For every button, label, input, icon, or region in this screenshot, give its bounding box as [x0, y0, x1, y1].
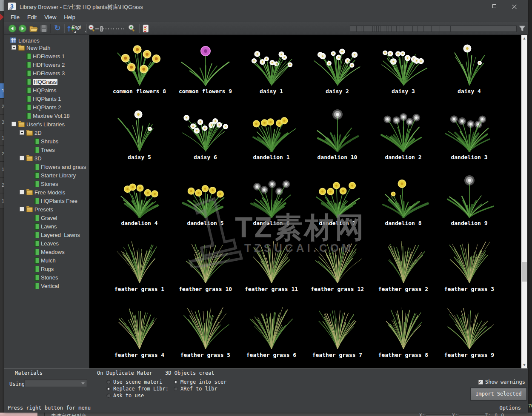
tree-item-stones[interactable]: Stones: [4, 180, 89, 188]
menu-help[interactable]: Help: [60, 13, 79, 22]
tree-item-hdflowers-1[interactable]: HDFlowers 1: [4, 52, 89, 60]
library-item-daisy-2[interactable]: daisy 2: [304, 38, 370, 104]
library-item-dandelion-6[interactable]: dandelion 6: [238, 170, 304, 236]
tree-item-user-s-libraries[interactable]: User's Libraries: [4, 120, 89, 128]
thumbnail-size-slider[interactable]: [95, 26, 126, 31]
library-item-feather-grass-3[interactable]: feather grass 3: [436, 236, 502, 302]
title-bar[interactable]: 3 Library Browser - E:\七套 HQ plants树库\HQ…: [4, 0, 528, 13]
tree-item-hqgrass[interactable]: HQGrass: [4, 77, 89, 86]
tree-item-flowers-and-grass[interactable]: Flowers and grass: [4, 162, 89, 171]
library-item-feather-grass-7[interactable]: feather grass 7: [304, 302, 370, 368]
collapse-icon[interactable]: [20, 190, 24, 194]
tree-item-2d[interactable]: 2D: [4, 128, 89, 137]
radio-ask-to-use[interactable]: Ask to use: [106, 393, 144, 399]
tree-item-gravel[interactable]: Gravel: [4, 214, 89, 222]
zoom-in-button[interactable]: [128, 24, 137, 33]
using-dropdown[interactable]: [24, 379, 87, 387]
material-check-button[interactable]: [141, 24, 151, 33]
tree-item-presets[interactable]: Presets: [4, 205, 89, 214]
tree-item-libraries[interactable]: Libraries: [4, 35, 89, 43]
radio-xref-to-libr[interactable]: XRef to libr: [174, 386, 217, 392]
scrollbar-down-icon[interactable]: ▼: [521, 362, 527, 368]
collapse-icon[interactable]: [20, 130, 24, 135]
collapse-icon[interactable]: [11, 45, 16, 50]
library-item-feather-grass-2[interactable]: feather grass 2: [370, 236, 436, 302]
tree-item-3d[interactable]: 3D: [4, 154, 89, 162]
tree-item-hqplants-2[interactable]: HQPlants 2: [4, 103, 89, 111]
library-item-feather-grass-4[interactable]: feather grass 4: [106, 302, 172, 368]
close-button[interactable]: [505, 0, 524, 13]
tree-item-starter-library[interactable]: Starter Library: [4, 171, 89, 180]
tree-item-maxtree-vol-18[interactable]: Maxtree Vol.18: [4, 111, 89, 120]
library-item-dandelion-2[interactable]: dandelion 2: [370, 104, 436, 170]
collapse-icon[interactable]: [20, 207, 24, 211]
library-item-dandelion-10[interactable]: dandelion 10: [304, 104, 370, 170]
tree-item-meadows[interactable]: Meadows: [4, 248, 89, 256]
library-item-dandelion-1[interactable]: dandelion 1: [238, 104, 304, 170]
library-item-daisy-1[interactable]: daisy 1: [238, 38, 304, 104]
tree-item-hdflowers-3[interactable]: HDFlowers 3: [4, 69, 89, 77]
import-selected-button[interactable]: Import Selected: [471, 388, 526, 400]
library-item-dandelion-4[interactable]: dandelion 4: [106, 170, 172, 236]
open-library-button[interactable]: [29, 24, 38, 33]
scrollbar-thumb[interactable]: [522, 262, 527, 282]
maximize-button[interactable]: [485, 0, 505, 13]
library-item-dandelion-5[interactable]: dandelion 5: [172, 170, 238, 236]
tree-item-trees[interactable]: Trees: [4, 145, 89, 154]
library-item-dandelion-8[interactable]: dandelion 8: [370, 170, 436, 236]
library-item-daisy-4[interactable]: daisy 4: [436, 38, 502, 104]
radio-label: XRef to libr: [180, 386, 217, 392]
language-button[interactable]: Engl: [72, 25, 84, 32]
tree-item-hqpalms[interactable]: HQPalms: [4, 86, 89, 94]
collapse-icon[interactable]: [20, 156, 24, 160]
collapse-icon[interactable]: [11, 122, 16, 126]
library-item-daisy-3[interactable]: daisy 3: [370, 38, 436, 104]
library-item-daisy-5[interactable]: daisy 5: [106, 104, 172, 170]
menu-edit[interactable]: Edit: [23, 13, 40, 22]
filter-funnel-icon[interactable]: [518, 24, 526, 33]
library-item-feather-grass-6[interactable]: feather grass 6: [238, 302, 304, 368]
save-button[interactable]: [39, 24, 49, 33]
library-item-dandelion-9[interactable]: dandelion 9: [436, 170, 502, 236]
radio-replace-from-libr[interactable]: Replace from Libr:: [106, 386, 169, 392]
tree-item-mulch[interactable]: Mulch: [4, 256, 89, 265]
tree-item-hqplants-free[interactable]: HQPlants Free: [4, 197, 89, 205]
vertical-scrollbar[interactable]: ▲ ▼: [521, 35, 527, 368]
library-item-dandelion-7[interactable]: dandelion 7: [304, 170, 370, 236]
refresh-button[interactable]: ↻: [53, 24, 62, 33]
library-item-feather-grass-10[interactable]: feather grass 10: [172, 236, 238, 302]
library-item-daisy-6[interactable]: daisy 6: [172, 104, 238, 170]
scrollbar-up-icon[interactable]: ▲: [521, 35, 527, 42]
library-item-feather-grass-8[interactable]: feather grass 8: [370, 302, 436, 368]
histogram-bar: [350, 26, 517, 32]
tree-item-layered-lawns[interactable]: Layered_Lawns: [4, 231, 89, 239]
tree-item-stones[interactable]: Stones: [4, 273, 89, 282]
minimize-button[interactable]: [466, 0, 485, 13]
forward-button[interactable]: [18, 24, 27, 33]
radio-use-scene-materi[interactable]: Use scene materi: [106, 379, 163, 385]
tree-item-leaves[interactable]: Leaves: [4, 239, 89, 248]
tree-item-free-models[interactable]: Free Models: [4, 188, 89, 197]
back-button[interactable]: [8, 24, 17, 33]
library-item-feather-grass-12[interactable]: feather grass 12: [304, 236, 370, 302]
library-item-common-flowers-8[interactable]: common flowers 8: [106, 38, 172, 104]
library-item-dandelion-3[interactable]: dandelion 3: [436, 104, 502, 170]
tree-item-shrubs[interactable]: Shrubs: [4, 137, 89, 145]
library-item-feather-grass-9[interactable]: feather grass 9: [436, 302, 502, 368]
radio-merge-into-scer[interactable]: Merge into scer: [174, 379, 226, 385]
library-item-feather-grass-5[interactable]: feather grass 5: [172, 302, 238, 368]
tree-item-new-path[interactable]: New Path: [4, 43, 89, 52]
tree-item-lawns[interactable]: Lawns: [4, 222, 89, 231]
show-warnings-checkbox[interactable]: Show warnings: [478, 379, 525, 385]
tree-item-rugs[interactable]: Rugs: [4, 265, 89, 273]
tree-item-hqplants-1[interactable]: HQPlants 1: [4, 94, 89, 103]
options-link[interactable]: Options: [499, 405, 521, 411]
library-item-common-flowers-9[interactable]: common flowers 9: [172, 38, 238, 104]
library-item-feather-grass-1[interactable]: feather grass 1: [106, 236, 172, 302]
tree-item-hdflowers-2[interactable]: HDFlowers 2: [4, 60, 89, 69]
slider-handle[interactable]: [100, 26, 103, 31]
menu-file[interactable]: File: [7, 13, 23, 22]
tree-item-vertical[interactable]: Vertical: [4, 282, 89, 290]
library-item-feather-grass-11[interactable]: feather grass 11: [238, 236, 304, 302]
menu-view[interactable]: View: [40, 13, 60, 22]
